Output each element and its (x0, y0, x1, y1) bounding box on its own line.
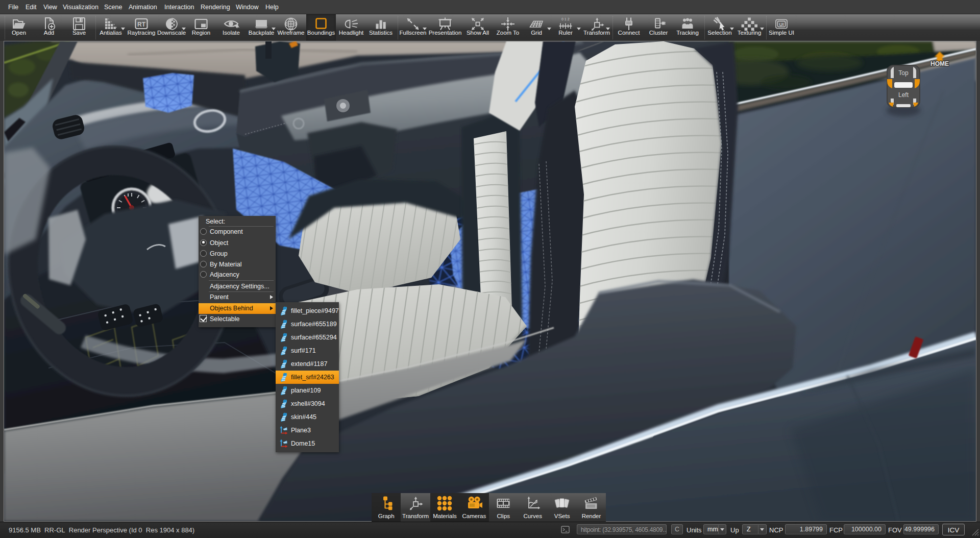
svg-text:Left: Left (898, 91, 909, 99)
svg-text:0 1 2: 0 1 2 (561, 17, 570, 21)
svg-text:Top: Top (898, 69, 909, 77)
svg-text:UI: UI (779, 22, 784, 27)
svg-text:RT: RT (137, 21, 146, 28)
svg-text:HOME: HOME (930, 60, 949, 67)
